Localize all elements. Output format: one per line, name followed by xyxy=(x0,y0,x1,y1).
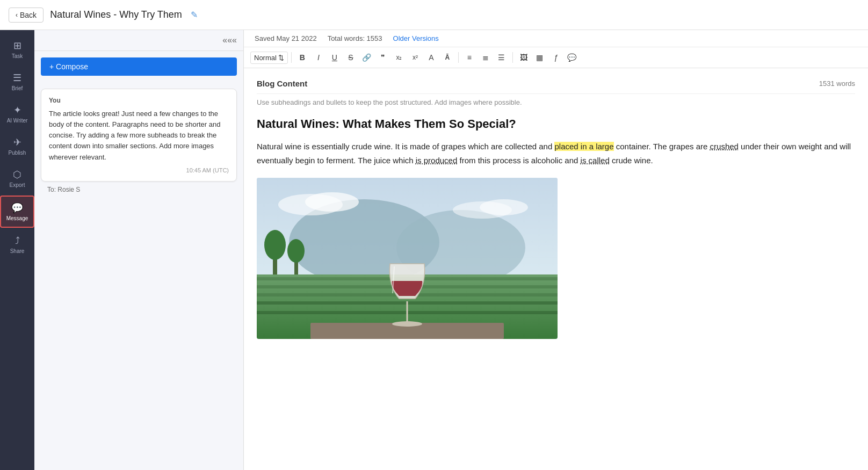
sidebar-label-export: Export xyxy=(10,182,25,188)
sidebar-item-export[interactable]: ⬡ Export xyxy=(0,163,34,193)
sidebar-item-ai-writer[interactable]: ✦ AI Writer xyxy=(0,99,34,129)
table-button[interactable]: ▦ xyxy=(532,50,547,64)
strikethrough-button[interactable]: S xyxy=(343,50,358,64)
format-select[interactable]: Normal ⇅ xyxy=(250,52,288,64)
svg-point-18 xyxy=(305,192,359,212)
sidebar-label-message: Message xyxy=(6,215,28,221)
sidebar-label-publish: Publish xyxy=(9,150,26,156)
bubble-time: 10:45 AM (UTC) xyxy=(49,167,229,173)
article-body-p1: Natural wine is essentially crude wine. … xyxy=(257,140,855,167)
svg-point-15 xyxy=(392,321,422,327)
blog-content-header: Blog Content 1531 words xyxy=(257,79,855,94)
sidebar-item-brief[interactable]: ☰ Brief xyxy=(0,67,34,97)
article-title: Natural Wines: What Makes Them So Specia… xyxy=(257,117,855,131)
publish-icon: ✈ xyxy=(13,136,21,148)
bubble-author: You xyxy=(49,97,229,104)
sidebar-label-task: Task xyxy=(12,53,23,59)
word-count: Total words: 1553 xyxy=(328,34,382,42)
text-highlight-button[interactable]: Ā xyxy=(440,50,455,64)
sidebar-item-task[interactable]: ⊞ Task xyxy=(0,34,34,64)
brief-icon: ☰ xyxy=(13,72,21,84)
italic-button[interactable]: I xyxy=(311,50,326,64)
blockquote-button[interactable]: ❞ xyxy=(375,50,390,64)
sidebar-item-publish[interactable]: ✈ Publish xyxy=(0,131,34,161)
article-image xyxy=(257,178,558,339)
svg-point-10 xyxy=(264,230,286,260)
editor-meta: Saved May 21 2022 Total words: 1553 Olde… xyxy=(244,30,868,47)
message-panel: ««« + Compose You The article looks grea… xyxy=(34,30,244,470)
link-button[interactable]: 🔗 xyxy=(359,50,374,64)
toolbar-divider-1 xyxy=(291,52,292,63)
format-select-label: Normal xyxy=(254,54,277,62)
highlight-placed-in-large: placed in a large xyxy=(554,142,613,151)
superscript-button[interactable]: x² xyxy=(408,50,423,64)
bold-button[interactable]: B xyxy=(295,50,310,64)
toolbar-divider-3 xyxy=(512,52,513,63)
message-bubble: You The article looks great! Just need a… xyxy=(41,89,237,182)
sidebar-item-share[interactable]: ⤴ Share xyxy=(0,230,34,259)
underline-is-produced: is produced xyxy=(416,156,458,165)
svg-point-12 xyxy=(287,239,305,263)
edit-icon[interactable]: ✎ xyxy=(191,10,198,20)
saved-status: Saved May 21 2022 xyxy=(255,34,317,42)
body-text-4: from this process is alcoholic and xyxy=(457,156,580,165)
unordered-list-button[interactable]: ≣ xyxy=(478,50,493,64)
blog-content-title: Blog Content xyxy=(257,79,307,88)
topbar: ‹ Back Natural Wines - Why Try Them ✎ xyxy=(0,0,868,30)
compose-button[interactable]: + Compose xyxy=(41,57,237,76)
editor-area: Saved May 21 2022 Total words: 1553 Olde… xyxy=(244,30,868,470)
message-to: To: Rosie S xyxy=(41,182,237,198)
code-button[interactable]: ƒ xyxy=(548,50,563,64)
collapse-panel-button[interactable]: ««« xyxy=(222,35,237,45)
body-text-2: container. The grapes are xyxy=(614,142,710,151)
message-icon: 💬 xyxy=(11,202,23,214)
sidebar-label-brief: Brief xyxy=(12,85,23,91)
export-icon: ⬡ xyxy=(13,169,21,180)
panel-header: ««« xyxy=(34,30,243,51)
underline-button[interactable]: U xyxy=(327,50,342,64)
format-select-arrow-icon: ⇅ xyxy=(278,54,284,62)
sidebar: ⊞ Task ☰ Brief ✦ AI Writer ✈ Publish ⬡ E… xyxy=(0,30,34,470)
image-button[interactable]: 🖼 xyxy=(516,50,531,64)
sidebar-label-share: Share xyxy=(10,248,25,254)
message-list: You The article looks great! Just need a… xyxy=(34,82,243,470)
task-icon: ⊞ xyxy=(13,40,21,52)
back-button[interactable]: ‹ Back xyxy=(9,8,44,23)
underline-crushed: crushed xyxy=(710,142,739,151)
body-text-1: Natural wine is essentially crude wine. … xyxy=(257,142,554,151)
editor-toolbar: Normal ⇅ B I U S 🔗 ❞ x₂ x² A Ā ≡ ≣ ☰ 🖼 ▦… xyxy=(244,47,868,68)
page-title: Natural Wines - Why Try Them xyxy=(50,9,182,20)
svg-point-20 xyxy=(480,199,528,215)
sidebar-item-message[interactable]: 💬 Message xyxy=(0,196,34,228)
ai-writer-icon: ✦ xyxy=(13,104,21,116)
blog-content-hint: Use subheadings and bullets to keep the … xyxy=(257,98,855,106)
comment-button[interactable]: 💬 xyxy=(565,50,580,64)
older-versions-link[interactable]: Older Versions xyxy=(393,34,439,42)
content-area[interactable]: Blog Content 1531 words Use subheadings … xyxy=(244,68,868,470)
main-layout: ⊞ Task ☰ Brief ✦ AI Writer ✈ Publish ⬡ E… xyxy=(0,30,868,470)
subscript-button[interactable]: x₂ xyxy=(392,50,407,64)
chevron-left-icon: ‹ xyxy=(16,11,18,19)
align-button[interactable]: ☰ xyxy=(494,50,509,64)
sidebar-label-ai-writer: AI Writer xyxy=(7,118,28,124)
back-label: Back xyxy=(20,11,37,19)
text-color-button[interactable]: A xyxy=(424,50,439,64)
toolbar-divider-2 xyxy=(458,52,459,63)
body-text-5: crude wine. xyxy=(610,156,653,165)
share-icon: ⤴ xyxy=(15,235,20,247)
bubble-text: The article looks great! Just need a few… xyxy=(49,109,229,163)
underline-is-called: is called xyxy=(581,156,610,165)
blog-content-words: 1531 words xyxy=(819,79,855,88)
ordered-list-button[interactable]: ≡ xyxy=(462,50,477,64)
